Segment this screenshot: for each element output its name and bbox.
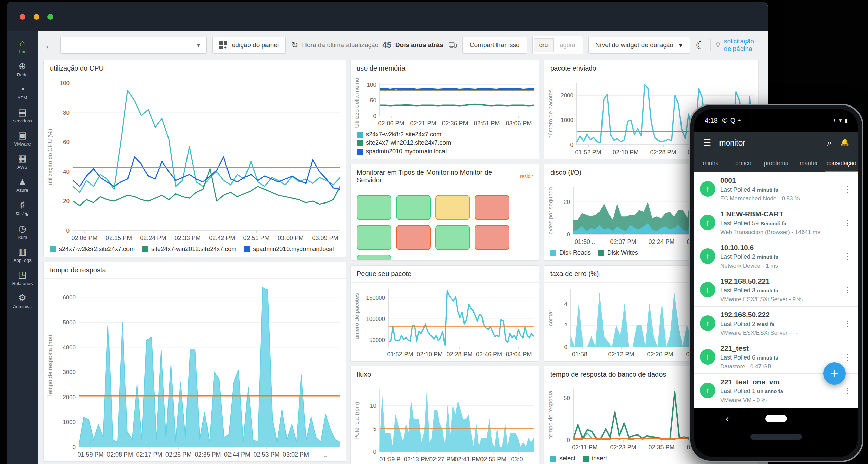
search-icon[interactable]: ⌕	[827, 138, 832, 148]
status-tile-green[interactable]	[357, 255, 391, 261]
kebab-menu-icon[interactable]: ⋮	[844, 387, 852, 395]
phone-app-bar: ☰ monitor ⌕ 🔔	[694, 132, 858, 154]
sidebar-item-lar[interactable]: ⌂Lar	[7, 38, 38, 54]
svg-text:0: 0	[564, 344, 567, 350]
legend-label: site24x7-win2012.site24x7.com	[366, 139, 451, 147]
sidebar-item-adminis-[interactable]: ⚙Adminis..	[7, 293, 38, 309]
status-tile-green[interactable]	[357, 195, 391, 220]
window-dot-3[interactable]	[47, 14, 53, 20]
monitor-list-item[interactable]: ↑192.168.50.221Last Polled 3 minuti faVM…	[694, 273, 858, 307]
sidebar-item-azure[interactable]: ▲Azure	[7, 176, 38, 193]
add-monitor-fab[interactable]: +	[823, 362, 846, 385]
monitor-last-polled: Last Polled 6 minuti fa	[720, 354, 839, 361]
status-tile-red[interactable]	[475, 225, 509, 250]
android-home-pill[interactable]	[765, 415, 787, 422]
sidebar-item-rum[interactable]: ◷Rum	[7, 224, 38, 240]
svg-text:1000: 1000	[63, 419, 76, 425]
aws-icon: ▦	[18, 153, 27, 163]
status-up-icon: ↑	[700, 383, 715, 398]
duration-dropdown[interactable]: Nível do widget de duração ▼	[588, 37, 690, 54]
monitor-list-item[interactable]: ↑192.168.50.222Last Polled 2 Mesi faVMwa…	[694, 307, 858, 340]
phone-tab-consola-o[interactable]: consolação	[825, 154, 858, 172]
phone-tab-problema[interactable]: problema	[760, 154, 792, 172]
devices-icon[interactable]	[449, 40, 457, 50]
monitor-texts: 221_test_one_vmLast Polled 1 un anno faV…	[720, 378, 839, 404]
status-up-icon: ↑	[700, 248, 715, 264]
toggle-raw[interactable]: cru	[534, 38, 554, 52]
sidebar-item-vmware[interactable]: ▣VMware	[7, 130, 38, 147]
kebab-menu-icon[interactable]: ⋮	[844, 252, 852, 260]
monitor-description: EC Memcached Node - 0.83 %	[720, 195, 839, 202]
sidebar-item-relat-rios[interactable]: ◳Relatórios	[7, 270, 38, 286]
svg-text:60: 60	[63, 139, 70, 146]
panel-extra-link[interactable]: residir	[520, 174, 533, 179]
svg-text:02:42 PM: 02:42 PM	[209, 235, 235, 241]
rum-clock-icon: ◷	[18, 224, 26, 234]
back-arrow-icon[interactable]: ←	[44, 40, 55, 51]
last-polled-unit: minuti fa	[757, 187, 778, 193]
svg-text:2000: 2000	[63, 394, 76, 401]
svg-text:6000: 6000	[63, 294, 76, 301]
phone-tab-manter[interactable]: manter	[792, 154, 825, 172]
panel-title-text: taxa de erro (%)	[550, 270, 599, 278]
sidebar-item-applogs[interactable]: ▥AppLogs	[7, 247, 38, 263]
hamburger-menu-icon[interactable]: ☰	[703, 138, 711, 148]
sidebar-item-rede[interactable]: ⊕Rede	[7, 61, 38, 77]
sidebar-item-label: Lar	[19, 49, 26, 54]
sidebar-item-aws[interactable]: ▦AWS	[7, 153, 38, 170]
share-button[interactable]: Compartilhar isso	[462, 37, 527, 54]
svg-text:Tempo de resposta (ms): Tempo de resposta (ms)	[47, 335, 53, 397]
toolbar: ← ▼ + edição do painel ↻ Hora da última …	[44, 35, 762, 55]
sidebar-item--[interactable]: ♯회로망	[7, 199, 38, 217]
status-tile-red[interactable]	[396, 225, 431, 250]
svg-text:02:12 PM: 02:12 PM	[608, 351, 634, 358]
page-request-link[interactable]: solicitação de página	[716, 38, 762, 53]
monitor-last-polled: Last Polled 1 un anno fa	[720, 388, 839, 395]
kebab-menu-icon[interactable]: ⋮	[844, 219, 852, 227]
bell-icon[interactable]: 🔔	[841, 138, 849, 148]
monitor-status-grid	[351, 189, 539, 261]
kebab-menu-icon[interactable]: ⋮	[844, 353, 852, 361]
legend-swatch	[50, 246, 56, 252]
dark-mode-moon-icon[interactable]: ☾	[696, 39, 705, 51]
last-polled-value: Last Polled 6	[720, 354, 757, 361]
window-dot-1[interactable]	[20, 14, 25, 20]
status-up-icon: ↑	[700, 181, 715, 197]
status-tile-green[interactable]	[396, 195, 431, 220]
chart-legend: s24x7-w2k8r2.site24x7.comsite24x7-win201…	[351, 130, 539, 159]
phone-tab-minha[interactable]: minha	[694, 154, 727, 172]
refresh-icon[interactable]: ↻	[291, 40, 298, 50]
cpu-chart: 02040608010002:06 PM02:15 PM02:24 PM02:3…	[44, 77, 346, 245]
kebab-menu-icon[interactable]: ⋮	[844, 185, 852, 193]
status-tile-yellow[interactable]	[435, 195, 470, 220]
legend-label: s24x7-w2k8r2.site24x7.com	[59, 246, 135, 253]
phone-tab-cr-tico[interactable]: crítico	[727, 154, 760, 172]
vmware-icon: ▣	[18, 130, 27, 140]
dashboard-select[interactable]: ▼	[60, 37, 207, 54]
dashboard-column-2: uso de memória05010002:06 PM02:21 PM02:3…	[350, 60, 539, 464]
sidebar-item-apm[interactable]: ◔APM	[7, 84, 38, 100]
svg-text:02:06 PM: 02:06 PM	[71, 235, 97, 241]
monitor-list-item[interactable]: ↑10.10.10.6Last Polled 2 minuti faNetwor…	[694, 239, 858, 273]
svg-text:03:04 PM: 03:04 PM	[506, 351, 532, 358]
get-packet-body: 5000010000015000001:52 PM02:10 PM02:28 P…	[351, 283, 539, 361]
svg-text:02:44 PM: 02:44 PM	[224, 451, 250, 458]
sidebar-item-servidora[interactable]: ▤servidora	[7, 107, 38, 123]
panel-edit-button[interactable]: + edição do painel	[212, 37, 286, 54]
toggle-now[interactable]: agora	[554, 42, 581, 49]
legend-item: spadmin2010.mydomain.local	[357, 148, 447, 155]
status-tile-green[interactable]	[435, 225, 470, 250]
svg-text:0: 0	[66, 228, 70, 234]
kebab-menu-icon[interactable]: ⋮	[844, 320, 852, 328]
monitor-list-item[interactable]: ↑1 NEW-RBM-CARTLast Polled 59 Secondi fa…	[694, 206, 858, 239]
status-up-icon: ↑	[700, 282, 715, 297]
svg-text:03:09 PM: 03:09 PM	[312, 235, 338, 241]
monitor-list-item[interactable]: ↑0001Last Polled 4 minuti faEC Memcached…	[694, 172, 858, 206]
window-dot-2[interactable]	[34, 14, 39, 20]
svg-text:20: 20	[564, 199, 570, 205]
kebab-menu-icon[interactable]: ⋮	[844, 286, 852, 294]
android-back-icon[interactable]: ‹	[726, 413, 729, 424]
status-tile-red[interactable]	[475, 195, 509, 220]
svg-text:01:58 ..: 01:58 ..	[572, 351, 592, 358]
status-tile-green[interactable]	[357, 225, 391, 250]
